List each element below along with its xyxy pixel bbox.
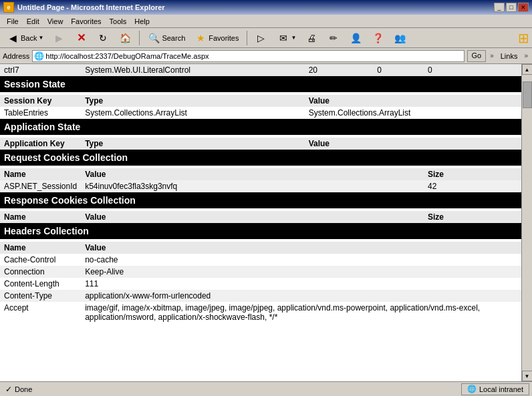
col-header-session-value: Value — [305, 95, 521, 107]
cell-ctrl: ctrl7 — [0, 64, 81, 76]
section-header-headers: Headers Collection — [0, 223, 521, 239]
stop-icon: ✕ — [74, 31, 88, 45]
trace-table: ctrl7 System.Web.UI.LiteralControl 20 0 … — [0, 64, 521, 323]
col-header-app-key: Application Key — [0, 138, 81, 150]
help-tool-button[interactable]: ❓ — [368, 30, 388, 46]
cell-req-size: 42 — [424, 180, 521, 192]
links-button[interactable]: Links — [498, 52, 521, 60]
col-header-row-app: Application Key Type Value — [0, 138, 521, 150]
cell-h-value-4: image/gif, image/x-xbitmap, image/jpeg, … — [81, 302, 521, 323]
home-button[interactable]: 🏠 — [115, 30, 135, 46]
favorites-button[interactable]: ★ Favorites — [190, 30, 242, 46]
table-row: Accept image/gif, image/x-xbitmap, image… — [0, 302, 521, 323]
menu-favorites[interactable]: Favorites — [67, 17, 105, 26]
menu-edit[interactable]: Edit — [23, 17, 43, 26]
menu-help[interactable]: Help — [130, 17, 154, 26]
cell-h-name-4: Accept — [0, 302, 81, 323]
page-content[interactable]: ctrl7 System.Web.UI.LiteralControl 20 0 … — [0, 64, 521, 381]
col-header-row-req-cookies: Name Value Size — [0, 168, 521, 180]
window-controls: _ □ ✕ — [494, 3, 529, 12]
media-icon: ▷ — [255, 31, 268, 45]
messenger-button[interactable]: 👥 — [390, 30, 410, 46]
home-icon: 🏠 — [118, 31, 132, 45]
mail-icon: ✉ — [277, 31, 290, 45]
scroll-down-button[interactable]: ▼ — [522, 371, 533, 381]
toolbar: ◀ Back ▼ ▶ ✕ ↻ 🏠 🔍 Search ★ Favorites ▷ … — [0, 28, 532, 48]
table-row: Content-Length 111 — [0, 278, 521, 290]
cell-session-key: TableEntries — [0, 107, 81, 119]
address-page-icon: 🌐 — [34, 51, 44, 61]
menu-tools[interactable]: Tools — [106, 17, 131, 26]
section-header-session: Session State — [0, 76, 521, 92]
col-header-row-headers: Name Value — [0, 242, 521, 254]
address-input[interactable] — [45, 52, 462, 60]
mail-button[interactable]: ✉ ▼ — [273, 30, 300, 46]
toolbar-separator-1 — [139, 31, 140, 45]
mail-arrow-icon: ▼ — [291, 35, 297, 41]
col-header-row-session: Session Key Type Value — [0, 95, 521, 107]
back-arrow-icon: ▼ — [38, 35, 43, 41]
address-input-wrap[interactable]: 🌐 — [32, 50, 464, 62]
scroll-track[interactable] — [522, 75, 532, 371]
search-button[interactable]: 🔍 Search — [144, 30, 188, 46]
cell-h-value-0: no-cache — [81, 254, 521, 266]
cell-h-name-2: Content-Length — [0, 278, 81, 290]
back-label: Back — [21, 34, 37, 42]
scroll-up-button[interactable]: ▲ — [522, 64, 533, 75]
col-header-resp-name: Name — [0, 211, 81, 223]
status-done-icon: ✓ — [5, 385, 12, 394]
col-header-resp-value: Value — [81, 211, 424, 223]
table-row: Cache-Control no-cache — [0, 254, 521, 266]
section-row-headers: Headers Collection — [0, 223, 521, 239]
scrollbar-vertical[interactable]: ▲ ▼ — [521, 64, 532, 381]
search-icon: 🔍 — [147, 31, 160, 45]
col-header-row-resp-cookies: Name Value Size — [0, 211, 521, 223]
cell-req-name: ASP.NET_SessionId — [0, 180, 81, 192]
cell-h-value-1: Keep-Alive — [81, 266, 521, 278]
print-button[interactable]: 🖨 — [301, 30, 321, 46]
col-header-req-value: Value — [81, 168, 424, 180]
status-bar: ✓ Done 🌐 Local intranet — [0, 381, 532, 396]
forward-icon: ▶ — [52, 31, 65, 45]
help-tool-icon: ❓ — [371, 31, 384, 45]
section-header-resp-cookies: Response Cookies Collection — [0, 192, 521, 208]
favorites-icon: ★ — [194, 31, 207, 45]
stop-button[interactable]: ✕ — [71, 30, 91, 46]
search-label: Search — [162, 34, 185, 42]
forward-button[interactable]: ▶ — [49, 30, 69, 46]
maximize-button[interactable]: □ — [506, 3, 517, 12]
col-header-h-value: Value — [81, 242, 521, 254]
discuss-button[interactable]: 👤 — [346, 30, 366, 46]
status-right-area: 🌐 Local intranet — [461, 383, 529, 395]
address-bar: Address 🌐 Go » Links » — [0, 48, 532, 64]
section-header-app: Application State — [0, 119, 521, 135]
cell-req-value: k54inuv0fec3fla3skg3nvfq — [81, 180, 424, 192]
go-button[interactable]: Go — [467, 50, 487, 62]
col-header-resp-size: Size — [424, 211, 521, 223]
discuss-icon: 👤 — [349, 31, 362, 45]
windows-logo: ⊞ — [518, 30, 529, 46]
cell-h-name-0: Cache-Control — [0, 254, 81, 266]
messenger-icon: 👥 — [393, 31, 406, 45]
minimize-button[interactable]: _ — [494, 3, 505, 12]
title-bar: e Untitled Page - Microsoft Internet Exp… — [0, 0, 532, 15]
close-button[interactable]: ✕ — [518, 3, 529, 12]
window-title: Untitled Page - Microsoft Internet Explo… — [17, 3, 165, 11]
refresh-icon: ↻ — [96, 31, 110, 45]
edit-button[interactable]: ✏ — [323, 30, 344, 46]
table-row: Content-Type application/x-www-form-urle… — [0, 290, 521, 302]
refresh-button[interactable]: ↻ — [93, 30, 113, 46]
toolbar-expand-icon: » — [523, 52, 529, 59]
media-button[interactable]: ▷ — [251, 30, 271, 46]
back-button[interactable]: ◀ Back ▼ — [3, 30, 47, 46]
cell-h-name-3: Content-Type — [0, 290, 81, 302]
menu-view[interactable]: View — [43, 17, 68, 26]
col-header-app-value: Value — [305, 138, 521, 150]
cell-session-type: System.Collections.ArrayList — [81, 107, 304, 119]
table-row: ASP.NET_SessionId k54inuv0fec3fla3skg3nv… — [0, 180, 521, 192]
links-expand-icon: » — [489, 52, 495, 59]
scroll-thumb[interactable] — [523, 81, 532, 108]
col-header-app-type: Type — [81, 138, 304, 150]
menu-file[interactable]: File — [3, 17, 23, 26]
cell-h-value-2: 111 — [81, 278, 521, 290]
